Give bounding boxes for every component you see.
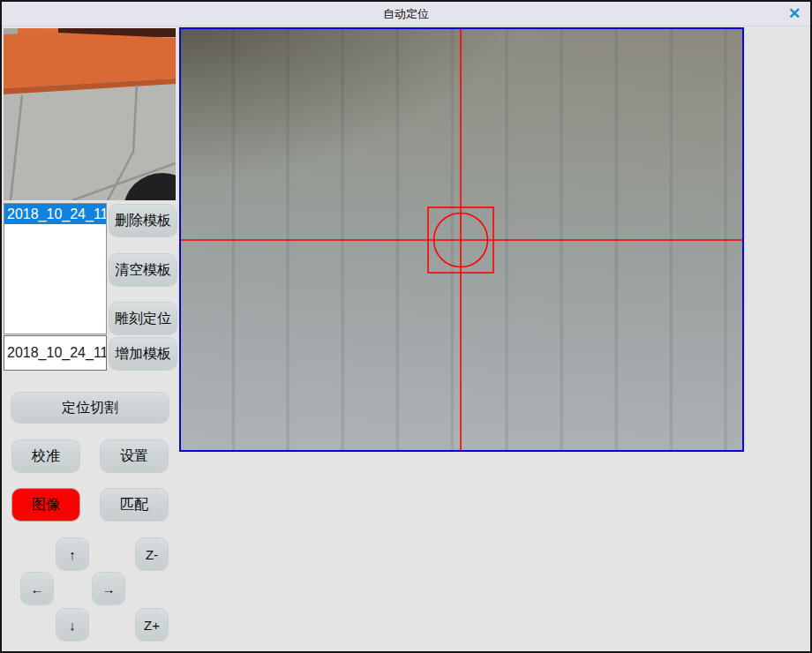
template-thumbnail-image <box>4 28 176 200</box>
jog-right-button[interactable]: → <box>93 573 124 604</box>
template-name-input[interactable] <box>4 335 107 371</box>
jog-z-minus-button[interactable]: Z- <box>136 538 168 570</box>
image-button[interactable]: 图像 <box>12 489 79 521</box>
titlebar[interactable]: 自动定位 ✕ <box>2 2 810 26</box>
jog-down-button[interactable]: ↓ <box>56 609 88 641</box>
jog-left-button[interactable]: ← <box>21 573 53 604</box>
add-template-button[interactable]: 增加模板 <box>109 338 177 370</box>
clear-templates-button[interactable]: 清空模板 <box>109 254 177 286</box>
engrave-position-button[interactable]: 雕刻定位 <box>109 303 177 334</box>
list-item[interactable]: 2018_10_24_11 <box>4 204 106 224</box>
delete-template-button[interactable]: 删除模板 <box>109 205 177 236</box>
camera-view <box>179 27 744 452</box>
jog-z-plus-button[interactable]: Z+ <box>136 609 168 641</box>
jog-up-button[interactable]: ↑ <box>56 538 88 570</box>
template-list[interactable]: 2018_10_24_11 <box>4 203 107 334</box>
settings-button[interactable]: 设置 <box>101 440 168 472</box>
window-title: 自动定位 <box>2 2 810 26</box>
crosshair-overlay <box>181 29 742 450</box>
close-icon[interactable]: ✕ <box>782 2 807 26</box>
auto-position-window: 自动定位 ✕ 2018_10_24_11 删除模板 清空模板 雕刻定位 增加模板… <box>0 0 812 653</box>
calibrate-button[interactable]: 校准 <box>12 440 79 472</box>
position-cut-button[interactable]: 定位切割 <box>11 393 169 423</box>
match-button[interactable]: 匹配 <box>101 489 168 521</box>
